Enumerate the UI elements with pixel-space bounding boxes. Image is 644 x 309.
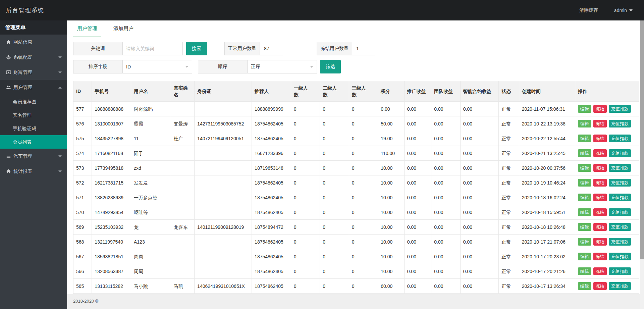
cell-status: 正常 — [499, 146, 519, 161]
recharge-deduct-button[interactable]: 充值扣款 — [609, 164, 631, 172]
sidebar-item-car-management[interactable]: 汽车管理 — [0, 149, 67, 164]
freeze-button[interactable]: 冻结 — [593, 238, 607, 246]
recharge-deduct-button[interactable]: 充值扣款 — [609, 238, 631, 246]
cell-contract-income: 0.00 — [460, 279, 499, 294]
cell-level1-count: 0 — [291, 161, 320, 175]
cell-actions: 编辑冻结充值扣款 — [575, 235, 639, 249]
user-menu[interactable]: admin — [614, 8, 633, 13]
freeze-button[interactable]: 冻结 — [593, 194, 607, 201]
freeze-button[interactable]: 冻结 — [593, 179, 607, 187]
tab-user-management[interactable]: 用户管理 — [73, 20, 101, 37]
table-row: 5751843522789811杜广1407211994091200511875… — [73, 131, 639, 146]
cell-created-at: 2020-10-19 10:46:24 — [519, 175, 575, 190]
tab-add-user[interactable]: 添加用户 — [109, 20, 138, 37]
recharge-deduct-button[interactable]: 充值扣款 — [609, 194, 631, 201]
recharge-deduct-button[interactable]: 充值扣款 — [609, 208, 631, 216]
freeze-button[interactable]: 冻结 — [593, 282, 607, 290]
edit-button[interactable]: 编辑 — [578, 120, 591, 127]
recharge-deduct-button[interactable]: 充值扣款 — [609, 105, 631, 113]
sidebar-item-site-info[interactable]: 网站信息 — [0, 35, 67, 50]
freeze-button[interactable]: 冻结 — [593, 267, 607, 275]
cell-promo-income: 0.00 — [404, 205, 431, 220]
sidebar-subitem-realname-management[interactable]: 实名管理 — [0, 108, 67, 122]
scrollbar-thumb[interactable] — [640, 20, 644, 259]
cell-status: 正常 — [499, 116, 519, 131]
recharge-deduct-button[interactable]: 充值扣款 — [609, 253, 631, 260]
cell-idcard: 142731199503085752 — [195, 116, 252, 131]
freeze-button[interactable]: 冻结 — [593, 223, 607, 231]
sidebar-subitem-sms-code[interactable]: 手机验证码 — [0, 122, 67, 135]
recharge-deduct-button[interactable]: 充值扣款 — [609, 267, 631, 275]
cell-idcard — [195, 205, 252, 220]
cell-referrer: 18754862405 — [252, 264, 291, 279]
freeze-button[interactable]: 冻结 — [593, 253, 607, 260]
recharge-deduct-button[interactable]: 充值扣款 — [609, 120, 631, 127]
sidebar-subitem-member-referral[interactable]: 会员推荐图 — [0, 95, 67, 108]
edit-button[interactable]: 编辑 — [578, 282, 591, 290]
recharge-deduct-button[interactable]: 充值扣款 — [609, 223, 631, 231]
cell-phone: 13100001307 — [92, 116, 131, 131]
sidebar-item-statistics-report[interactable]: 统计报表 — [0, 164, 67, 179]
recharge-deduct-button[interactable]: 充值扣款 — [609, 149, 631, 157]
cell-points: 10.00 — [378, 205, 404, 220]
freeze-button[interactable]: 冻结 — [593, 105, 607, 113]
freeze-button[interactable]: 冻结 — [593, 149, 607, 157]
freeze-button[interactable]: 冻结 — [593, 208, 607, 216]
freeze-button[interactable]: 冻结 — [593, 164, 607, 172]
sort-field-select[interactable]: ID — [122, 60, 192, 73]
clear-cache-button[interactable]: 清除缓存 — [579, 7, 598, 13]
cell-contract-income: 0.00 — [460, 102, 499, 116]
cell-promo-income: 0.00 — [404, 161, 431, 175]
cell-level3-count: 0 — [349, 116, 378, 131]
edit-button[interactable]: 编辑 — [578, 253, 591, 260]
order-select[interactable]: 正序 — [247, 60, 317, 73]
cell-idcard — [195, 264, 252, 279]
sidebar-item-wealth-management[interactable]: 财富管理 — [0, 65, 67, 80]
cell-phone: 16217381715 — [92, 175, 131, 190]
sort-field-label: 排序字段 — [73, 60, 123, 73]
recharge-deduct-button[interactable]: 充值扣款 — [609, 179, 631, 187]
normal-users-label: 正常用户数量 — [224, 42, 260, 55]
sidebar-item-user-management[interactable]: 用户管理 — [0, 80, 67, 95]
edit-button[interactable]: 编辑 — [578, 179, 591, 187]
edit-button[interactable]: 编辑 — [578, 164, 591, 172]
home-icon — [6, 169, 11, 174]
filter-button[interactable]: 筛选 — [320, 60, 341, 73]
cell-team-income: 0.00 — [431, 205, 461, 220]
keyword-input[interactable] — [122, 42, 183, 55]
column-header: 推荐人 — [252, 81, 291, 102]
sidebar-item-system-config[interactable]: 系统配置 — [0, 50, 67, 65]
cell-realname — [171, 161, 194, 175]
cell-id: 574 — [73, 146, 92, 161]
keyword-label: 关键词 — [73, 42, 123, 55]
sidebar-subitem-member-list[interactable]: 会员列表 — [0, 135, 67, 149]
recharge-deduct-button[interactable]: 充值扣款 — [609, 282, 631, 290]
cell-level3-count: 0 — [349, 264, 378, 279]
freeze-button[interactable]: 冻结 — [593, 120, 607, 127]
cell-promo-income: 0.00 — [404, 279, 431, 294]
edit-button[interactable]: 编辑 — [578, 105, 591, 113]
cell-referrer: 18754862405 — [252, 116, 291, 131]
cell-referrer: 18888899999 — [252, 102, 291, 116]
cell-actions: 编辑冻结充值扣款 — [575, 116, 639, 131]
edit-button[interactable]: 编辑 — [578, 194, 591, 201]
cell-status: 正常 — [499, 175, 519, 190]
column-header: 推广收益 — [404, 81, 431, 102]
cell-id: 566 — [73, 264, 92, 279]
edit-button[interactable]: 编辑 — [578, 149, 591, 157]
cell-promo-income: 0.00 — [404, 249, 431, 264]
freeze-button[interactable]: 冻结 — [593, 135, 607, 142]
edit-button[interactable]: 编辑 — [578, 223, 591, 231]
cell-level1-count: 0 — [291, 264, 320, 279]
cell-username: 一万多点赞 — [131, 190, 171, 205]
edit-button[interactable]: 编辑 — [578, 267, 591, 275]
search-button[interactable]: 搜索 — [186, 42, 207, 55]
page-scrollbar[interactable] — [640, 20, 644, 309]
edit-button[interactable]: 编辑 — [578, 238, 591, 246]
edit-button[interactable]: 编辑 — [578, 208, 591, 216]
edit-button[interactable]: 编辑 — [578, 135, 591, 142]
cell-created-at: 2020-10-17 20:23:02 — [519, 249, 575, 264]
recharge-deduct-button[interactable]: 充值扣款 — [609, 135, 631, 142]
cell-contract-income: 0.00 — [460, 235, 499, 249]
table-row: 56813211997540A1231875486240500010.000.0… — [73, 235, 639, 249]
